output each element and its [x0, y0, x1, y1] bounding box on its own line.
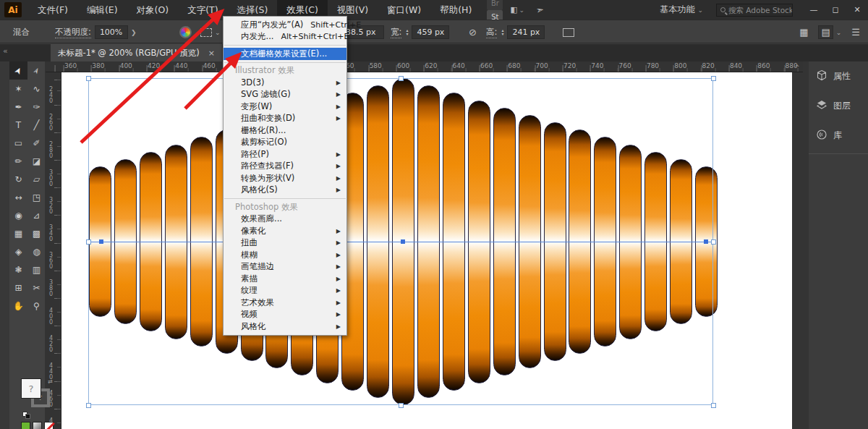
collapse-panel-icon[interactable]: « — [3, 46, 8, 56]
canvas[interactable] — [61, 72, 792, 429]
eyedropper-tool[interactable]: ◈ — [9, 242, 27, 260]
effect-menu-item[interactable]: 像素化▶ — [224, 225, 346, 237]
effect-menu-item[interactable]: 转换为形状(V)▶ — [224, 172, 346, 184]
scale-strokes-icon[interactable] — [563, 28, 574, 37]
effect-menu-item[interactable]: 栅格化(R)... — [224, 124, 346, 137]
more-chevron-icon[interactable]: ❯ — [131, 29, 137, 36]
artboard-tool[interactable]: ⊞ — [9, 279, 27, 297]
rotate-tool[interactable]: ↻ — [9, 170, 27, 188]
swap-fill-stroke-icon[interactable]: ⇄ — [48, 378, 53, 385]
path-anchor[interactable] — [401, 239, 405, 244]
dock-panel-properties[interactable]: 属性 — [809, 61, 868, 91]
blend-tool[interactable]: ◍ — [27, 242, 46, 260]
menubar-item-编辑(E)[interactable]: 编辑(E) — [77, 0, 127, 20]
effect-menu-item[interactable]: 应用“内发光”(A)Shift+Ctrl+E — [224, 19, 346, 31]
slice-tool[interactable]: ✂ — [27, 279, 46, 297]
selection-handle[interactable] — [711, 239, 716, 245]
selection-handle[interactable] — [86, 403, 91, 408]
rectangle-tool[interactable]: ▭ — [9, 134, 27, 152]
perspective-grid-tool[interactable]: ⊿ — [27, 206, 46, 224]
constrain-proportions-icon[interactable]: ⊘ — [469, 27, 477, 38]
minimize-button[interactable]: — — [803, 0, 825, 20]
transform-options-icon[interactable] — [200, 28, 212, 37]
mesh-tool[interactable]: ▦ — [9, 224, 27, 242]
share-icon[interactable]: ➣ — [535, 4, 545, 16]
magic-wand-tool[interactable]: ✶ — [9, 80, 27, 98]
selection-handle[interactable] — [711, 76, 716, 81]
selection-handle[interactable] — [399, 76, 404, 81]
workspace-switcher[interactable]: 基本功能 ⌄ — [660, 4, 706, 16]
effect-menu-item[interactable]: 风格化(S)▶ — [224, 184, 346, 197]
app-icon-Br[interactable]: Br — [487, 0, 503, 10]
control-menu-icon[interactable]: ☰ — [851, 27, 859, 38]
line-segment-tool[interactable]: ╱ — [27, 116, 46, 134]
scale-tool[interactable]: ▱ — [27, 170, 46, 188]
pen-tool[interactable]: ✒ — [9, 98, 27, 116]
curvature-tool[interactable]: ✑ — [27, 98, 46, 116]
selection-handle[interactable] — [711, 403, 716, 408]
height-input[interactable]: 241 px — [507, 25, 545, 39]
effect-menu-item[interactable]: 纹理▶ — [224, 285, 346, 297]
fill-color-button[interactable] — [21, 422, 30, 429]
path-anchor[interactable] — [99, 239, 103, 244]
opacity-input[interactable]: 100% — [95, 25, 128, 39]
effect-menu-item[interactable]: 模糊▶ — [224, 249, 346, 261]
direct-selection-tool[interactable]: ➢ — [27, 61, 46, 80]
effect-menu-item[interactable]: 扭曲▶ — [224, 237, 346, 250]
dock-panel-layers[interactable]: 图层 — [809, 91, 868, 121]
dock-panel-libraries[interactable]: 库 — [809, 121, 868, 150]
collapse-up-icon[interactable]: ^ — [794, 64, 800, 71]
pencil-tool[interactable]: ✏ — [9, 152, 27, 170]
menubar-item-对象(O)[interactable]: 对象(O) — [127, 0, 179, 20]
eraser-tool[interactable]: ◪ — [27, 152, 46, 170]
effect-menu-item[interactable]: 视频▶ — [224, 309, 346, 321]
menubar-item-文字(T)[interactable]: 文字(T) — [178, 0, 227, 20]
free-transform-tool[interactable]: ◳ — [27, 188, 46, 206]
selection-handle[interactable] — [86, 76, 91, 81]
menubar-item-文件(F)[interactable]: 文件(F) — [28, 0, 77, 20]
menubar-item-窗口(W)[interactable]: 窗口(W) — [378, 0, 430, 20]
effect-menu-item[interactable]: 风格化▶ — [224, 320, 346, 333]
effect-menu-item[interactable]: 内发光...Alt+Shift+Ctrl+E — [224, 31, 346, 43]
effect-menu-item[interactable]: 艺术效果▶ — [224, 297, 346, 309]
effect-menu-item[interactable]: 变形(W)▶ — [224, 101, 346, 113]
close-button[interactable]: ✕ — [846, 0, 868, 20]
width-input[interactable]: 459 px — [412, 25, 449, 39]
path-anchor[interactable] — [704, 239, 708, 244]
fill-color-indicator[interactable]: ? — [21, 378, 41, 399]
lasso-tool[interactable]: ∿ — [27, 80, 46, 98]
restore-button[interactable]: ◻ — [825, 0, 846, 20]
selection-tool[interactable]: ➤ — [9, 61, 27, 80]
gradient-tool[interactable]: ▩ — [27, 224, 46, 242]
column-graph-tool[interactable]: ▥ — [27, 260, 46, 279]
selection-handle[interactable] — [86, 239, 91, 245]
width-tool-tool[interactable]: ↔ — [9, 188, 27, 206]
none-color-button[interactable] — [44, 422, 54, 429]
stock-search-box[interactable] — [716, 4, 793, 17]
hand-tool[interactable]: ✋ — [9, 297, 27, 315]
search-input[interactable] — [728, 6, 792, 14]
height-stepper[interactable]: ▴▾ — [501, 29, 503, 35]
chevron-down-icon[interactable]: ⌄ — [519, 7, 524, 14]
zoom-tool[interactable]: ⚲ — [27, 297, 46, 315]
workspace-layout-icon[interactable]: ▮▯ — [510, 5, 516, 14]
close-tab-icon[interactable]: × — [208, 48, 215, 58]
grid-options-icon[interactable]: ▦ — [799, 27, 807, 38]
effect-menu-item[interactable]: SVG 滤镜(G)▶ — [224, 89, 346, 101]
opacity-label[interactable]: 不透明度: — [55, 27, 91, 38]
menubar-item-帮助(H)[interactable]: 帮助(H) — [430, 0, 481, 20]
effect-menu-item[interactable]: 画笔描边▶ — [224, 261, 346, 273]
panel-toggle-icon[interactable]: ▤ — [818, 25, 833, 39]
paintbrush-tool[interactable]: ✐ — [27, 134, 46, 152]
effect-menu-item[interactable]: 裁剪标记(O) — [224, 137, 346, 149]
recolor-artwork-icon[interactable] — [179, 26, 192, 38]
type-tool[interactable]: T — [9, 116, 27, 134]
selection-handle[interactable] — [399, 403, 404, 408]
effect-menu-item[interactable]: 效果画廊... — [224, 213, 346, 226]
effect-menu-item[interactable]: 3D(3)▶ — [224, 77, 346, 89]
effect-menu-item[interactable]: 路径查找器(F)▶ — [224, 161, 346, 173]
symbol-sprayer-tool[interactable]: ❃ — [9, 260, 27, 279]
gradient-button[interactable] — [33, 422, 42, 429]
document-tab[interactable]: 未标题-1* @ 200% (RGB/GPU 预览) × — [51, 44, 222, 61]
default-colors-icon[interactable] — [22, 412, 31, 419]
